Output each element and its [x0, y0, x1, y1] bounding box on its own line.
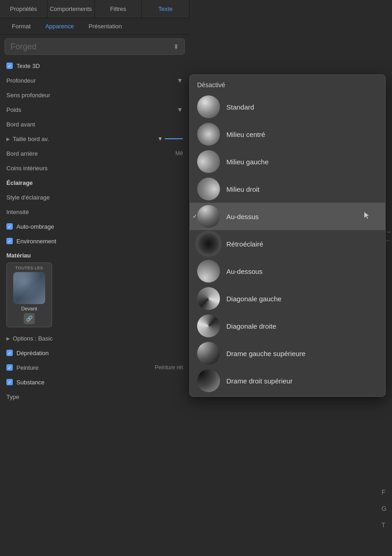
texte3d-checkbox[interactable] — [6, 63, 13, 69]
sphere-milieu-droit-icon — [197, 178, 220, 200]
bord-avant-row: Bord avant — [0, 117, 189, 131]
dropdown-retroeclaire-label: Rétroéclairé — [226, 240, 263, 248]
dropdown-milieu-droit-label: Milieu droit — [226, 185, 260, 193]
lighting-dropdown[interactable]: Désactivé Standard Milieu centré Milieu … — [189, 74, 386, 397]
environnement-checkbox[interactable] — [6, 238, 13, 244]
profondeur-row: Profondeur ▼ — [0, 73, 189, 88]
options-row[interactable]: ▶ Options : Basic — [0, 331, 189, 346]
dropdown-drame-droit-label: Drame droit supérieur — [226, 377, 293, 385]
sens-profondeur-label: Sens profondeur — [6, 92, 183, 99]
tab-texte[interactable]: Texte — [142, 0, 189, 18]
dropdown-diagonale-droite-label: Diagonale droite — [226, 322, 276, 330]
dropdown-item-milieu-centre[interactable]: Milieu centré — [190, 121, 385, 148]
peinture-checkbox[interactable] — [6, 364, 13, 371]
dropdown-item-milieu-droit[interactable]: Milieu droit — [190, 175, 385, 203]
preset-value: Forged — [10, 42, 173, 52]
bottom-letters: F G T — [382, 488, 387, 529]
sub-tab-presentation[interactable]: Présentation — [81, 18, 129, 34]
auto-ombrage-label: Auto-ombrage — [16, 223, 54, 230]
panel-content: Texte 3D Profondeur ▼ Sens profondeur Po… — [0, 58, 189, 404]
sphere-milieu-centre-icon — [197, 123, 220, 146]
intensite-label: Intensité — [6, 209, 183, 215]
material-preview — [13, 272, 45, 304]
auto-ombrage-checkbox[interactable] — [6, 223, 13, 230]
taille-bord-slider[interactable]: ▼ — [157, 136, 183, 142]
preset-arrow-icon: ⬍ — [173, 43, 179, 50]
dropdown-standard-label: Standard — [226, 103, 254, 111]
style-eclairage-label: Style d'éclairage — [6, 194, 183, 201]
tab-comportements[interactable]: Comportements — [47, 0, 95, 18]
material-link-button[interactable]: 🔗 — [24, 313, 35, 324]
sphere-retroeclaire-icon — [197, 232, 220, 255]
dropdown-desactive-label: Désactivé — [197, 81, 225, 89]
texte3d-row[interactable]: Texte 3D — [0, 58, 189, 73]
sub-tab-format[interactable]: Format — [5, 18, 38, 34]
materiau-section: Matériau TOUTES LES Devant 🔗 — [0, 248, 189, 331]
dropdown-au-dessous-label: Au-dessous — [226, 268, 262, 275]
taille-bord-row: ▶ Taille bord av. ▼ — [0, 131, 189, 146]
materiau-header: Matériau — [6, 252, 183, 259]
poids-slider[interactable]: ▼ — [177, 106, 183, 113]
right-arrow-icon: → — [385, 228, 391, 235]
poids-row: Poids ▼ — [0, 102, 189, 117]
dropdown-item-au-dessus[interactable]: ✓ Au-dessus — [190, 203, 385, 230]
sphere-diagonale-gauche-icon — [197, 287, 220, 310]
deprecation-checkbox[interactable] — [6, 350, 13, 356]
dropdown-item-milieu-gauche[interactable]: Milieu gauche — [190, 148, 385, 175]
auto-ombrage-row[interactable]: Auto-ombrage — [0, 219, 189, 234]
deprecation-label: Déprédation — [16, 350, 49, 357]
sphere-au-dessous-icon — [197, 260, 220, 283]
peinture-row: Peinture Peinture rét — [0, 360, 189, 375]
substance-label: Substance — [16, 379, 44, 386]
dropdown-item-standard[interactable]: Standard — [190, 93, 385, 121]
peinture-value: Peinture rét — [155, 364, 183, 371]
sphere-standard-icon — [197, 95, 220, 118]
letter-t: T — [382, 521, 387, 529]
bord-arriere-label: Bord arrière — [6, 150, 175, 157]
options-arrow-icon: ▶ — [6, 336, 10, 341]
eclairage-header: Éclairage — [0, 175, 189, 190]
type-label: Type — [6, 393, 183, 400]
coins-interieurs-row: Coins intérieurs — [0, 161, 189, 175]
sens-profondeur-row: Sens profondeur — [0, 88, 189, 102]
dropdown-item-diagonale-droite[interactable]: Diagonale droite — [190, 312, 385, 340]
dropdown-au-dessus-label: Au-dessus — [226, 213, 259, 220]
profondeur-label: Profondeur — [6, 77, 177, 84]
material-card[interactable]: TOUTES LES Devant 🔗 — [6, 262, 52, 327]
right-edge-arrows: → ← — [385, 228, 391, 244]
deprecation-row[interactable]: Déprédation — [0, 346, 189, 360]
peinture-label: Peinture — [16, 364, 155, 371]
preset-selector[interactable]: Forged ⬍ — [5, 38, 185, 55]
taille-bord-label: Taille bord av. — [13, 136, 157, 142]
sphere-drame-gauche-icon — [197, 342, 220, 365]
top-tabs: Propriétés Comportements Filtres Texte — [0, 0, 189, 18]
tab-proprietes[interactable]: Propriétés — [0, 0, 47, 18]
dropdown-milieu-gauche-label: Milieu gauche — [226, 158, 269, 166]
sphere-au-dessus-icon — [197, 205, 220, 228]
dropdown-item-retroeclaire[interactable]: Rétroéclairé — [190, 230, 385, 257]
checkmark-icon: ✓ — [193, 213, 197, 220]
dropdown-item-au-dessous[interactable]: Au-dessous — [190, 257, 385, 285]
profondeur-slider[interactable]: ▼ — [177, 77, 183, 84]
sphere-milieu-gauche-icon — [197, 150, 220, 173]
material-name: Devant — [21, 306, 37, 311]
dropdown-drame-gauche-label: Drame gauche supérieure — [226, 350, 305, 357]
dropdown-item-drame-gauche[interactable]: Drame gauche supérieure — [190, 340, 385, 367]
sub-tab-apparence[interactable]: Apparence — [38, 18, 81, 34]
letter-g: G — [382, 505, 387, 512]
sub-tabs: Format Apparence Présentation — [0, 18, 189, 35]
sphere-diagonale-droite-icon — [197, 315, 220, 337]
dropdown-item-desactive[interactable]: Désactivé — [190, 77, 385, 93]
dropdown-diagonale-gauche-label: Diagonale gauche — [226, 295, 282, 303]
material-tag: TOUTES LES — [16, 266, 43, 270]
tab-filtres[interactable]: Filtres — [95, 0, 142, 18]
substance-checkbox[interactable] — [6, 379, 13, 385]
intensite-row: Intensité — [0, 205, 189, 219]
poids-label: Poids — [6, 106, 177, 113]
dropdown-item-diagonale-gauche[interactable]: Diagonale gauche — [190, 285, 385, 312]
options-label: Options : Basic — [13, 335, 52, 342]
environnement-row[interactable]: Environnement — [0, 234, 189, 248]
substance-row[interactable]: Substance — [0, 375, 189, 389]
dropdown-item-drame-droit[interactable]: Drame droit supérieur — [190, 367, 385, 394]
left-panel: Propriétés Comportements Filtres Texte F… — [0, 0, 189, 556]
